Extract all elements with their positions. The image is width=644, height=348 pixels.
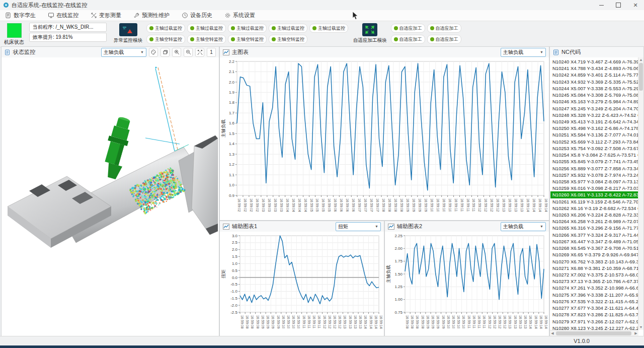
scroll-up-arrow[interactable]: ▲: [638, 57, 643, 62]
adaptive-machining-button[interactable]: 自适应加工: [391, 35, 425, 44]
zoom-scale-value[interactable]: 1: [207, 48, 216, 57]
nc-code-line[interactable]: N10244 X5.007 Y-3.338 Z-5.553 A-75.297: [550, 85, 638, 92]
nc-code-line[interactable]: N10265 X6.316 Y-3.296 Z-9.156 A-71.771: [550, 225, 638, 231]
aux-chart2-canvas: 0.751.001.251.501.752.002.2516:59:0816:5…: [385, 232, 548, 336]
aux-chart2-metric-select[interactable]: 主轴负载▼: [501, 222, 546, 231]
nc-code-line[interactable]: N10260 X6.081 Y-3.133 Z-8.422 A-72.835: [550, 191, 638, 198]
nc-code-line[interactable]: N10274 X7.261 Y-3.352 Z-10.998 A-66.67: [550, 285, 638, 291]
nc-code-line[interactable]: N10258 X5.977 Y-3.084 Z-8.097 A-73.138: [550, 178, 638, 185]
nc-code-line[interactable]: N10275 X7.396 Y-3.338 Z-11.207 A-65.95: [550, 292, 638, 298]
nc-code-line[interactable]: N10245 X5.084 Y-3.308 Z-5.769 A-75.088: [550, 92, 638, 98]
spindle-overload-monitor-button[interactable]: 主轴过载监控: [228, 24, 267, 33]
main-chart-metric-select[interactable]: 主轴负载▼: [501, 48, 546, 57]
line-chart-icon: [388, 224, 394, 230]
svg-text:16:59:09: 16:59:09: [442, 315, 445, 329]
nc-code-line[interactable]: N10251 X5.584 Y-3.136 Z-7.077 A-74.012: [550, 131, 638, 138]
nc-code-line[interactable]: N10246 X5.163 Y-3.279 Z-5.984 A-74.892: [550, 98, 638, 105]
nc-code-line[interactable]: N10240 X4.719 Y-3.467 Z-4.669 A-76.396: [550, 58, 638, 65]
app-icon: [3, 2, 9, 8]
adaptive-module[interactable]: 自适应加工模块: [353, 23, 387, 44]
aux-chart1-canvas: -2.5-2.0-1.5-1.0-0.50.00.51.01.52.02.53.…: [220, 232, 383, 336]
nc-vertical-scrollbar[interactable]: ▲ ▼: [638, 57, 643, 330]
menu-online-monitor[interactable]: 在线监控: [48, 12, 78, 19]
spindle-idle-monitor-button[interactable]: 主轴空转监控: [228, 35, 267, 44]
menu-system-settings[interactable]: 系统设置: [224, 12, 255, 19]
spindle-idle-monitor-button[interactable]: 主轴空转监控: [187, 35, 226, 44]
scroll-left-arrow[interactable]: ◀: [550, 330, 555, 336]
scroll-down-arrow[interactable]: ▼: [638, 325, 643, 330]
window-title: 自适应系统-在线监控-在线监控: [12, 2, 87, 9]
palette-icon[interactable]: [149, 48, 158, 57]
nc-code-line[interactable]: N10254 X5.8 Y-3.084 Z-7.625 A-73.571 C: [550, 152, 638, 158]
nc-code-line[interactable]: N10279 X7.971 Y-3.266 Z-12.027 A-62.98: [550, 318, 638, 325]
close-button[interactable]: ✕: [627, 0, 644, 10]
nc-code-line[interactable]: N10273 X7.13 Y-3.365 Z-10.786 A-67.372: [550, 278, 638, 285]
nc-code-line[interactable]: N10256 X5.889 Y-3.077 Z-7.858 A-73.348: [550, 165, 638, 172]
nc-code-line[interactable]: N10267 X6.447 Y-3.347 Z-9.489 A-71.055: [550, 238, 638, 245]
adaptive-machining-button[interactable]: 自适应加工: [427, 35, 461, 44]
nc-code-line[interactable]: N10241 X4.788 Y-3.434 Z-4.893 A-76.062: [550, 65, 638, 72]
machine-3d-viewport[interactable]: [2, 57, 219, 336]
nc-code-line[interactable]: N10271 X6.88 Y-3.381 Z-10.359 A-68.711: [550, 265, 638, 271]
svg-text:1.2: 1.2: [229, 162, 235, 167]
scroll-right-arrow[interactable]: ▶: [633, 330, 638, 336]
aux-chart1-metric-select[interactable]: 扭矩▼: [336, 222, 381, 231]
measure-icon: [91, 12, 97, 19]
nc-code-line[interactable]: N10252 X5.669 Y-3.112 Z-7.293 A-73.844: [550, 138, 638, 145]
menu-digital-twin[interactable]: 数字孪生: [5, 12, 36, 19]
svg-text:16:59:03: 16:59:03: [268, 198, 271, 212]
menu-device-history[interactable]: 设备历史: [182, 12, 212, 19]
nc-code-line[interactable]: N10242 X4.859 Y-3.401 Z-5.114 A-75.775: [550, 72, 638, 78]
maximize-button[interactable]: [610, 0, 627, 10]
spindle-overload-monitor-button[interactable]: 主轴过载监控: [146, 24, 185, 33]
nc-code-line[interactable]: N10259 X6.016 Y-3.098 Z-8.217 A-73.036: [550, 185, 638, 191]
nc-code-line[interactable]: N10280 X8.123 Y-3.245 Z-12.227 A-62.23: [550, 325, 638, 330]
svg-text:16:59:14: 16:59:14: [529, 315, 532, 329]
svg-text:16:59:14: 16:59:14: [374, 315, 378, 329]
menu-predictive-maintenance[interactable]: 预测性维护: [133, 12, 170, 19]
nc-code-line[interactable]: N10272 X7.002 Y-3.375 Z-10.573 A-68.05: [550, 271, 638, 278]
nc-code-line[interactable]: N10277 X7.677 Y-3.304 Z-11.621 A-64.48: [550, 305, 638, 311]
spindle-overload-monitor-button[interactable]: 主轴过载监控: [309, 24, 348, 33]
nc-code-line[interactable]: N10262 X6.16 Y-3.19 Z-8.682 A-72.534 C: [550, 205, 638, 212]
zoom-in-icon[interactable]: [172, 48, 181, 57]
nc-code-line[interactable]: N10250 X5.498 Y-3.162 Z-6.86 A-74.178 C: [550, 125, 638, 131]
nc-horizontal-scrollbar[interactable]: ◀ ▶: [550, 330, 638, 336]
nc-code-line[interactable]: N10249 X5.413 Y-3.191 Z-6.642 A-74.346: [550, 118, 638, 125]
nc-code-line[interactable]: N10276 X7.535 Y-3.322 Z-11.415 A-65.22: [550, 298, 638, 305]
nc-code-line[interactable]: N10257 X5.932 Y-3.078 Z-7.974 A-73.243: [550, 172, 638, 178]
rotate-view-icon[interactable]: [160, 48, 170, 57]
nc-code-line[interactable]: N10248 X5.328 Y-3.22 Z-6.423 A-74.52 C: [550, 112, 638, 118]
nc-code-line[interactable]: N10263 X6.206 Y-3.224 Z-8.828 A-72.33 C: [550, 212, 638, 218]
zoom-out-icon[interactable]: [184, 48, 193, 57]
spindle-idle-monitor-button[interactable]: 主轴空转监控: [269, 35, 307, 44]
nc-code-line[interactable]: N10253 X5.754 Y-3.092 Z-7.508 A-73.677: [550, 145, 638, 152]
svg-text:16:59:13: 16:59:13: [349, 315, 352, 329]
scrollbar-thumb[interactable]: [639, 63, 643, 91]
scrollbar-thumb[interactable]: [556, 331, 631, 335]
adaptive-machining-button[interactable]: 自适应加工: [427, 24, 461, 33]
nc-code-line[interactable]: N10247 X5.245 Y-3.249 Z-6.204 A-74.701: [550, 105, 638, 112]
spindle-overload-monitor-button[interactable]: 主轴过载监控: [187, 24, 226, 33]
svg-text:2.0: 2.0: [232, 247, 238, 252]
svg-text:16:59:12: 16:59:12: [503, 315, 507, 329]
nc-code-line[interactable]: N10266 X6.377 Y-3.324 Z-9.317 A-71.443: [550, 232, 638, 238]
fit-view-icon[interactable]: [195, 48, 204, 57]
menu-deformation-measure[interactable]: 变形测量: [91, 12, 121, 19]
svg-text:16:59:03: 16:59:03: [280, 198, 283, 212]
nc-code-line[interactable]: N10243 X4.932 Y-3.369 Z-5.335 A-75.523: [550, 79, 638, 85]
status-metric-select[interactable]: 主轴负载▼: [101, 48, 146, 57]
adaptive-machining-button[interactable]: 自适应加工: [391, 24, 425, 33]
nc-code-line[interactable]: N10261 X6.119 Y-3.159 Z-8.546 A-72.701: [550, 198, 638, 205]
nc-code-list[interactable]: N10240 X4.719 Y-3.467 Z-4.669 A-76.396N1…: [550, 58, 638, 330]
anomaly-module[interactable]: 异常监控模块: [114, 23, 142, 44]
minimize-button[interactable]: [593, 0, 610, 10]
nc-code-line[interactable]: N10278 X7.823 Y-3.286 Z-11.825 A-63.73: [550, 311, 638, 318]
spindle-idle-monitor-button[interactable]: 主轴空转监控: [146, 35, 185, 44]
nc-code-line[interactable]: N10255 X5.845 Y-3.079 Z-7.741 A-73.458: [550, 158, 638, 165]
nc-code-line[interactable]: N10268 X6.545 Y-3.367 Z-9.708 A-70.519: [550, 245, 638, 251]
nc-code-line[interactable]: N10270 X6.762 Y-3.383 Z-10.143 A-69.34: [550, 258, 638, 265]
nc-code-line[interactable]: N10269 X6.65 Y-3.379 Z-9.926 A-69.947 C: [550, 251, 638, 258]
spindle-overload-monitor-button[interactable]: 主轴过载监控: [269, 24, 307, 33]
nc-code-line[interactable]: N10264 X6.258 Y-3.261 Z-8.989 A-72.072: [550, 218, 638, 225]
